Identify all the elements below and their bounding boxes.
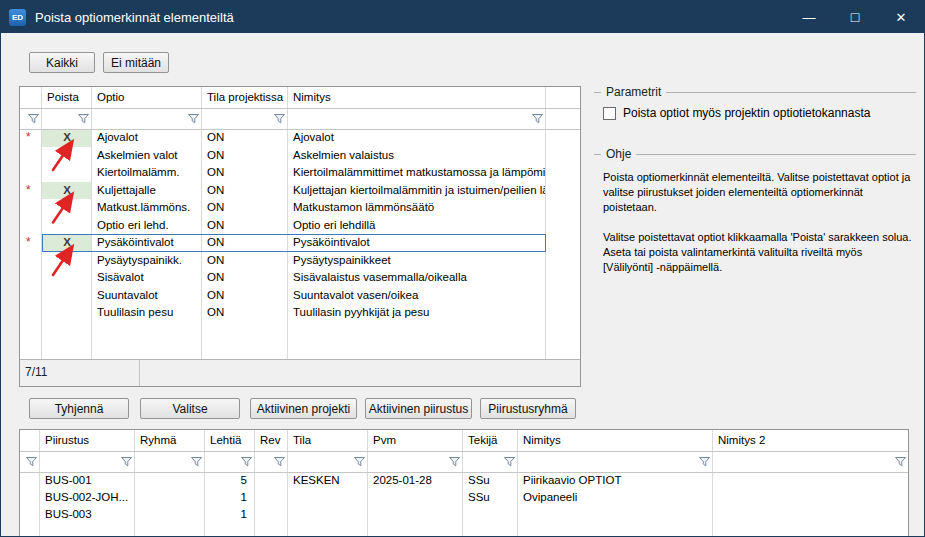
filter-cell[interactable]	[713, 451, 908, 472]
cell-ryhm[interactable]	[135, 506, 205, 523]
cell-optio[interactable]: Suuntavalot	[92, 287, 202, 305]
filter-cell[interactable]	[42, 108, 92, 129]
cell-tila[interactable]: ON	[202, 199, 288, 217]
cell-pvm[interactable]: 2025-01-28	[368, 472, 463, 489]
cell-nimitys-2[interactable]	[713, 489, 908, 506]
cell-nimitys-2[interactable]	[713, 506, 908, 523]
delete-options-from-db-row[interactable]: Poista optiot myös projektin optiotietok…	[603, 106, 916, 120]
cell-ryhm[interactable]	[135, 472, 205, 489]
cell-rev[interactable]	[255, 472, 288, 489]
cell-nimitys[interactable]: Optio eri lehdillä	[288, 217, 546, 235]
cell-pvm[interactable]	[368, 506, 463, 523]
checkbox-label[interactable]: Poista optiot myös projektin optiotietok…	[623, 106, 870, 120]
filter-funnel-icon[interactable]	[121, 456, 132, 467]
cell-tila[interactable]	[288, 489, 368, 506]
filter-funnel-icon[interactable]	[895, 456, 906, 467]
cell-poista[interactable]	[42, 164, 92, 182]
cell-nimitys[interactable]: Askelmien valaistus	[288, 147, 546, 165]
cell-piirustus[interactable]: BUS-002-JOH...	[40, 489, 135, 506]
delete-options-from-db-checkbox[interactable]	[603, 107, 616, 120]
column-header-tila[interactable]: Tila	[288, 430, 368, 451]
filter-cell[interactable]	[135, 451, 205, 472]
maximize-button[interactable]: □	[832, 1, 878, 33]
cell-poista[interactable]	[42, 147, 92, 165]
cell-nimitys[interactable]: Pysäköintivalot	[288, 234, 546, 252]
options-row[interactable]: *XKuljettajalleONKuljettajan kiertoilmal…	[20, 182, 580, 200]
column-header-rev[interactable]: Rev	[255, 430, 288, 451]
cell-optio[interactable]: Kuljettajalle	[92, 182, 202, 200]
cell-poista[interactable]	[42, 304, 92, 322]
options-row[interactable]: *XAjovalotONAjovalot	[20, 129, 580, 147]
cell-tekij[interactable]: SSu	[463, 472, 518, 489]
cell-tila[interactable]: ON	[202, 252, 288, 270]
filter-cell[interactable]	[20, 108, 42, 129]
cell-tila[interactable]	[288, 506, 368, 523]
filter-funnel-icon[interactable]	[241, 456, 252, 467]
filter-funnel-icon[interactable]	[532, 113, 543, 124]
cell-optio[interactable]: Optio eri lehd.	[92, 217, 202, 235]
column-header-nimitys[interactable]: Nimitys	[518, 430, 713, 451]
column-header-poista[interactable]: Poista	[42, 87, 92, 108]
filter-funnel-icon[interactable]	[274, 113, 285, 124]
filter-funnel-icon[interactable]	[188, 113, 199, 124]
cell-optio[interactable]: Tuulilasin pesu	[92, 304, 202, 322]
cell-optio[interactable]: Matkust.lämmöns.	[92, 199, 202, 217]
cell-optio[interactable]: Pysäytyspainikk.	[92, 252, 202, 270]
cell-poista[interactable]	[42, 217, 92, 235]
choose-button[interactable]: Valitse	[140, 398, 240, 419]
filter-cell[interactable]	[463, 451, 518, 472]
cell-tila[interactable]: ON	[202, 217, 288, 235]
cell-lehti[interactable]: 1	[205, 506, 255, 523]
options-row[interactable]: Tuulilasin pesuONTuulilasin pyyhkijät ja…	[20, 304, 580, 322]
filter-cell[interactable]	[518, 451, 713, 472]
drawings-row[interactable]: BUS-0015KESKEN2025-01-28SSuPiirikaavio O…	[20, 472, 908, 489]
filter-funnel-icon[interactable]	[191, 456, 202, 467]
cell-poista[interactable]	[42, 199, 92, 217]
cell-tila[interactable]: ON	[202, 182, 288, 200]
cell-poista[interactable]	[42, 252, 92, 270]
filter-cell[interactable]	[20, 451, 40, 472]
column-header-nimitys-2[interactable]: Nimitys 2	[713, 430, 908, 451]
column-header-piirustus[interactable]: Piirustus	[40, 430, 135, 451]
cell-piirustus[interactable]: BUS-001	[40, 472, 135, 489]
cell-ryhm[interactable]	[135, 489, 205, 506]
cell-nimitys[interactable]: Kuljettajan kiertoilmalämmitin ja istuim…	[288, 182, 546, 200]
column-header-tekij[interactable]: Tekijä	[463, 430, 518, 451]
cell-tila[interactable]: ON	[202, 287, 288, 305]
options-row[interactable]: Kiertoilmalämm.ONKiertoilmalämmittimet m…	[20, 164, 580, 182]
select-none-button[interactable]: Ei mitään	[103, 52, 169, 73]
filter-cell[interactable]	[288, 108, 546, 129]
cell-nimitys[interactable]: Pysäytyspainikkeet	[288, 252, 546, 270]
filter-funnel-icon[interactable]	[699, 456, 710, 467]
cell-rev[interactable]	[255, 489, 288, 506]
active-project-button[interactable]: Aktiivinen projekti	[250, 398, 357, 419]
cell-nimitys[interactable]: Kiertoilmalämmittimet matkustamossa ja l…	[288, 164, 546, 182]
column-header-ryhm[interactable]: Ryhmä	[135, 430, 205, 451]
cell-pvm[interactable]	[368, 489, 463, 506]
filter-funnel-icon[interactable]	[26, 456, 37, 467]
cell-tila[interactable]: ON	[202, 147, 288, 165]
cell-optio[interactable]: Askelmien valot	[92, 147, 202, 165]
filter-funnel-icon[interactable]	[504, 456, 515, 467]
cell-nimitys[interactable]: Sisävalaistus vasemmalla/oikealla	[288, 269, 546, 287]
titlebar[interactable]: ED Poista optiomerkinnät elementeiltä — …	[1, 1, 924, 33]
filter-cell[interactable]	[288, 451, 368, 472]
drawing-group-button[interactable]: Piirustusryhmä	[480, 398, 576, 419]
column-header-tila-projektissa[interactable]: Tila projektissa	[202, 87, 288, 108]
column-header-nimitys[interactable]: Nimitys	[288, 87, 546, 108]
options-row[interactable]: SisävalotONSisävalaistus vasemmalla/oike…	[20, 269, 580, 287]
minimize-button[interactable]: —	[786, 1, 832, 33]
filter-cell[interactable]	[92, 108, 202, 129]
cell-optio[interactable]: Pysäköintivalot	[92, 234, 202, 252]
cell-tekij[interactable]	[463, 506, 518, 523]
options-row[interactable]: *XPysäköintivalotONPysäköintivalot	[20, 234, 580, 252]
cell-lehti[interactable]: 1	[205, 489, 255, 506]
cell-nimitys[interactable]: Suuntavalot vasen/oikea	[288, 287, 546, 305]
filter-funnel-icon[interactable]	[28, 113, 39, 124]
cell-tekij[interactable]: SSu	[463, 489, 518, 506]
cell-tila[interactable]: ON	[202, 164, 288, 182]
filter-cell[interactable]	[368, 451, 463, 472]
options-row[interactable]: Optio eri lehd.ONOptio eri lehdillä	[20, 217, 580, 235]
cell-rev[interactable]	[255, 506, 288, 523]
filter-funnel-icon[interactable]	[274, 456, 285, 467]
